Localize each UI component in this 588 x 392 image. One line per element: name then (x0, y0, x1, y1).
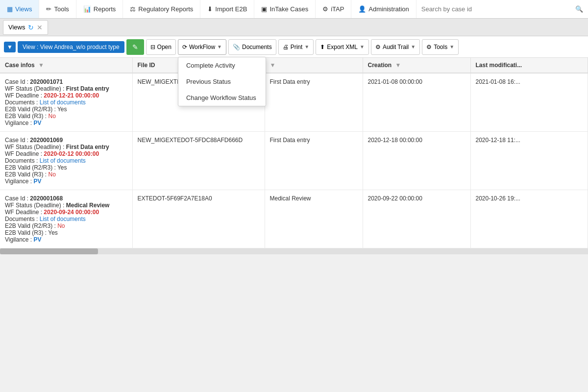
e2b-r3-value: No (48, 171, 55, 178)
edit-button[interactable]: ✎ (126, 39, 144, 55)
search-container: 🔍 (416, 0, 588, 18)
open-label: Open (157, 44, 172, 50)
administration-icon: 👤 (358, 5, 366, 13)
tools-chevron-icon: ▼ (449, 44, 454, 49)
documents-icon: 📎 (233, 44, 240, 50)
search-input[interactable] (421, 5, 572, 13)
tools-icon-toolbar: ⚙ (426, 44, 432, 50)
scroll-thumb[interactable] (0, 248, 98, 254)
file-id-value: EXTEDOT-5F69F2A7E18A0 (138, 195, 212, 202)
status-cell: First Data entry (265, 132, 363, 190)
status-value: First Data entry (270, 137, 310, 144)
case-info-cell: Case Id : 2020001069 WF Status (Deadline… (0, 132, 132, 190)
filter-button[interactable]: View : View Andrea_w/o product type (18, 41, 124, 53)
documents-link[interactable]: List of documents (40, 216, 86, 222)
nav-item-import-e2b[interactable]: ⬇ Import E2B (200, 0, 254, 18)
regulatory-reports-icon: ⚖ (130, 5, 136, 13)
edit-icon: ✎ (132, 43, 138, 51)
tab-refresh-icon[interactable]: ↻ (28, 24, 34, 31)
col-last-modification[interactable]: Last modificati... (470, 58, 588, 73)
col-case-infos[interactable]: Case infos ▼ (0, 58, 132, 73)
tab-views[interactable]: Views ↻ ✕ (3, 20, 48, 35)
top-nav: ▦ Views ✏ Tools 📊 Reports ⚖ Regulatory R… (0, 0, 588, 19)
last-modification-cell: 2020-12-18 11:... (470, 132, 588, 190)
nav-item-intake-cases[interactable]: ▣ InTake Cases (254, 0, 316, 18)
print-chevron-icon: ▼ (304, 44, 309, 49)
tab-label: Views (8, 24, 25, 31)
export-xml-chevron-icon: ▼ (360, 44, 365, 49)
workflow-previous-status[interactable]: Previous Status (178, 74, 266, 90)
tools-icon: ✏ (46, 5, 51, 13)
nav-label-views: Views (15, 5, 32, 13)
workflow-label: WorkFlow (189, 44, 215, 50)
creation-cell: 2020-12-18 00:00:00 (363, 132, 470, 190)
import-e2b-icon: ⬇ (207, 5, 213, 13)
audit-trail-button[interactable]: ⚙ Audit Trail ▼ (371, 39, 420, 55)
table-row: Case Id : 2020001069 WF Status (Deadline… (0, 132, 588, 190)
nav-label-administration: Administration (368, 5, 409, 13)
wf-deadline-value: 2020-02-12 00:00:00 (44, 150, 99, 157)
horizontal-scrollbar[interactable] (0, 248, 588, 254)
workflow-change-status[interactable]: Change Workflow Status (178, 90, 266, 106)
search-icon: 🔍 (575, 5, 583, 13)
nav-item-administration[interactable]: 👤 Administration (351, 0, 416, 18)
vigilance-value: PV (33, 236, 41, 243)
print-label: Print (291, 44, 303, 50)
documents-link[interactable]: List of documents (40, 99, 86, 106)
vigilance-value: PV (33, 120, 41, 126)
export-xml-icon: ⬆ (320, 44, 325, 50)
workflow-chevron-icon: ▼ (217, 44, 222, 49)
file-id-value: NEW_MIGEXTEDOT-5FDC88AFD666D (138, 137, 243, 144)
documents-button[interactable]: 📎 Documents (228, 39, 276, 55)
file-id-cell: NEW_MIGEXTEDOT-5FDC88AFD666D (132, 132, 265, 190)
file-id-cell: EXTEDOT-5F69F2A7E18A0 (132, 190, 265, 248)
reports-icon: 📊 (83, 5, 91, 13)
nav-label-tools: Tools (54, 5, 69, 13)
print-icon: 🖨 (283, 44, 289, 50)
col-status[interactable]: ▼ (265, 58, 363, 73)
wf-deadline-value: 2020-12-21 00:00:00 (44, 92, 99, 99)
sort-icon-status: ▼ (270, 62, 276, 69)
workflow-complete-activity[interactable]: Complete Activity (178, 57, 266, 74)
tab-bar: Views ↻ ✕ (0, 19, 588, 36)
workflow-button[interactable]: ⟳ WorkFlow ▼ (178, 39, 226, 55)
views-icon: ▦ (7, 5, 13, 13)
sort-icon-case-infos: ▼ (38, 62, 44, 69)
col-creation[interactable]: Creation ▼ (363, 58, 470, 73)
last-modification-cell: 2021-01-08 16:... (470, 73, 588, 132)
last-modification-cell: 2020-10-26 19:... (470, 190, 588, 248)
status-value: Medical Review (270, 195, 311, 202)
creation-cell: 2020-09-22 00:00:00 (363, 190, 470, 248)
status-cell: Medical Review (265, 190, 363, 248)
print-button[interactable]: 🖨 Print ▼ (278, 39, 314, 55)
workflow-dropdown: Complete Activity Previous Status Change… (178, 57, 266, 106)
nav-item-views[interactable]: ▦ Views (0, 0, 39, 18)
wf-status-value: Medical Review (66, 202, 110, 209)
creation-value: 2020-12-18 00:00:00 (368, 137, 422, 144)
open-button[interactable]: ⊟ Open (146, 39, 176, 55)
case-id: 2020001069 (30, 137, 63, 144)
audit-trail-icon: ⚙ (375, 44, 381, 50)
e2b-r2r3-value: No (57, 222, 65, 229)
tab-close-icon[interactable]: ✕ (37, 24, 43, 31)
audit-trail-chevron-icon: ▼ (411, 44, 416, 49)
documents-link[interactable]: List of documents (40, 157, 86, 164)
filter-icon: ▼ (4, 42, 16, 52)
case-id: 2020001071 (30, 78, 63, 85)
last-modification-value: 2020-12-18 11:... (476, 137, 520, 144)
nav-item-itap[interactable]: ⚙ iTAP (316, 0, 351, 18)
intake-cases-icon: ▣ (261, 5, 267, 13)
wf-status-value: First Data entry (66, 144, 109, 150)
wf-deadline-value: 2020-09-24 00:00:00 (44, 209, 99, 216)
e2b-r2r3-value: Yes (57, 106, 67, 113)
status-cell: First Data entry (265, 73, 363, 132)
e2b-r2r3-value: Yes (57, 164, 67, 171)
case-info-cell: Case Id : 2020001071 WF Status (Deadline… (0, 73, 132, 132)
nav-item-tools[interactable]: ✏ Tools (39, 0, 76, 18)
export-xml-label: Export XML (327, 44, 358, 50)
nav-label-reports: Reports (94, 5, 116, 13)
export-xml-button[interactable]: ⬆ Export XML ▼ (316, 39, 369, 55)
nav-item-reports[interactable]: 📊 Reports (76, 0, 123, 18)
nav-item-regulatory-reports[interactable]: ⚖ Regulatory Reports (123, 0, 200, 18)
tools-button[interactable]: ⚙ Tools ▼ (422, 39, 459, 55)
